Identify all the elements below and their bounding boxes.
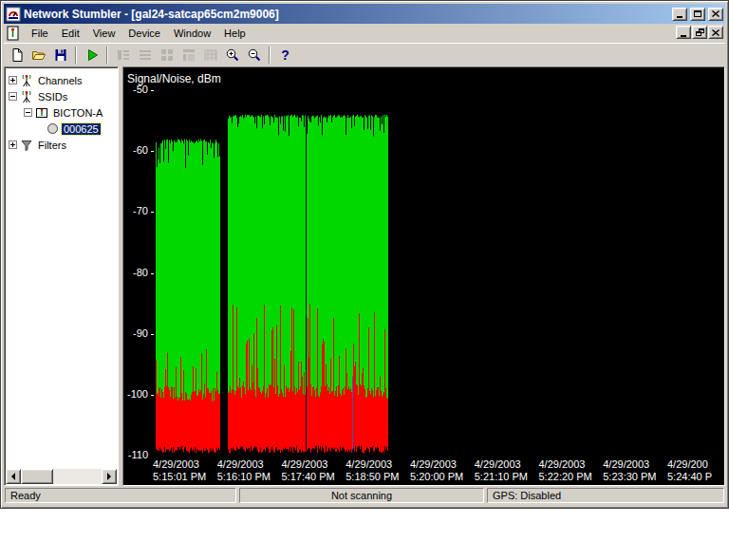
tree-item-label: SSIDs — [36, 91, 69, 103]
mdi-window-controls — [676, 26, 723, 39]
toolbar-separator — [75, 47, 77, 64]
y-axis-tick-label: -90 — [123, 327, 148, 339]
antenna-icon — [20, 90, 33, 103]
tree-item-label: Filters — [36, 140, 68, 151]
minimize-button[interactable] — [672, 8, 687, 21]
y-axis-tick-label: -80 — [123, 267, 148, 278]
menu-edit[interactable]: Edit — [55, 26, 86, 41]
y-axis-tick-label: -110 — [123, 449, 148, 460]
view-option-1-icon — [116, 47, 131, 63]
grid-view-button[interactable] — [199, 45, 221, 65]
close-button[interactable] — [708, 8, 723, 21]
x-axis-tick-label: 4/29/20035:18:50 PM — [346, 458, 408, 483]
x-axis-tick-label: 4/29/20035:15:01 PM — [153, 458, 215, 483]
navigation-tree: Channels SSIDs — [4, 66, 119, 486]
app-icon — [6, 7, 21, 22]
window-title: Network Stumbler - [gal24-satcap65cm2m90… — [24, 8, 669, 21]
expand-plus-icon[interactable] — [9, 76, 17, 84]
tree-item-ssids[interactable]: SSIDs — [5, 88, 118, 104]
tree-item-ssid-bicton[interactable]: BICTON-A — [5, 104, 118, 121]
menu-bar: File Edit View Device Window Help — [4, 24, 725, 43]
expand-plus-icon[interactable] — [9, 140, 17, 149]
title-bar[interactable]: Network Stumbler - [gal24-satcap65cm2m90… — [4, 4, 725, 24]
maximize-button[interactable] — [690, 8, 705, 21]
save-file-button[interactable] — [49, 45, 71, 65]
left-arrow-icon — [8, 473, 15, 480]
status-scanning: Not scanning — [239, 488, 484, 503]
antenna-icon — [20, 74, 33, 87]
view-option-4-icon — [181, 47, 196, 63]
tree-item-label: BICTON-A — [51, 107, 104, 119]
minimize-icon — [677, 16, 682, 18]
view-option-3-icon — [159, 47, 175, 63]
client-area: Channels SSIDs — [4, 66, 725, 486]
save-file-icon — [53, 47, 68, 63]
y-axis-tick-label: -100 — [123, 388, 148, 400]
ap-circle-icon — [47, 122, 59, 135]
signal-chart-panel: Signal/Noise, dBm -50-60-70-80-90-100-11… — [122, 66, 725, 486]
view-option-1-button[interactable] — [112, 45, 134, 65]
network-stumbler-window: Network Stumbler - [gal24-satcap65cm2m90… — [0, 0, 729, 509]
document-icon[interactable] — [6, 26, 21, 41]
mdi-minimize-button[interactable] — [676, 26, 691, 39]
toolbar-separator — [106, 47, 108, 64]
tree-item-mac[interactable]: 000625 — [5, 121, 118, 137]
mdi-close-icon — [712, 29, 720, 36]
view-option-3-button[interactable] — [156, 45, 178, 65]
scroll-left-button[interactable] — [6, 469, 21, 484]
x-axis-tick-label: 4/29/20035:16:10 PM — [217, 458, 280, 483]
menu-file[interactable]: File — [25, 26, 55, 41]
filter-funnel-icon — [20, 139, 33, 152]
scan-button[interactable] — [81, 45, 103, 65]
maximize-icon — [694, 10, 701, 17]
horizontal-scrollbar[interactable] — [6, 469, 117, 484]
x-axis-tick-label: 4/29/20035:20:00 PM — [410, 458, 473, 483]
zoom-in-icon — [225, 47, 240, 63]
x-axis-tick-label: 4/29/20035:17:40 PM — [282, 458, 345, 483]
help-button[interactable]: ? — [274, 45, 296, 65]
zoom-out-icon — [247, 47, 262, 63]
scrollbar-thumb[interactable] — [21, 469, 53, 484]
close-icon — [712, 10, 720, 17]
y-axis-tick-label: -50 — [123, 84, 148, 95]
scroll-right-button[interactable] — [102, 469, 117, 484]
new-file-button[interactable] — [6, 45, 28, 65]
menu-help[interactable]: Help — [217, 26, 252, 41]
ssid-icon — [35, 106, 48, 120]
zoom-in-button[interactable] — [221, 45, 243, 65]
view-option-2-button[interactable] — [134, 45, 156, 65]
mdi-restore-button[interactable] — [692, 26, 707, 39]
view-option-2-icon — [138, 47, 153, 63]
zoom-out-button[interactable] — [243, 45, 265, 65]
mdi-restore-icon — [696, 28, 704, 36]
x-axis-tick-label: 4/29/20035:21:10 PM — [475, 458, 537, 483]
y-axis-tick-label: -70 — [123, 205, 148, 216]
right-arrow-icon — [107, 473, 115, 480]
x-axis-tick-label: 4/29/20035:23:30 PM — [603, 458, 665, 483]
x-axis-tick-label: 4/29/20035:22:20 PM — [539, 458, 602, 483]
scan-play-icon — [84, 47, 100, 63]
open-file-button[interactable] — [28, 45, 49, 65]
grid-view-icon — [203, 47, 218, 63]
view-option-4-button[interactable] — [178, 45, 199, 65]
new-file-icon — [9, 47, 25, 63]
tree-item-channels[interactable]: Channels — [5, 72, 118, 88]
toolbar-separator — [269, 47, 271, 64]
status-ready: Ready — [5, 488, 236, 503]
toolbar: ? — [4, 43, 725, 66]
x-axis-tick-label: 4/29/2005:24:40 P — [667, 458, 725, 483]
menu-device[interactable]: Device — [122, 26, 167, 41]
signal-noise-chart — [151, 90, 725, 456]
menu-view[interactable]: View — [86, 26, 122, 41]
status-gps: GPS: Disabled — [487, 488, 724, 503]
collapse-minus-icon[interactable] — [24, 108, 32, 117]
tree-item-filters[interactable]: Filters — [5, 137, 118, 153]
status-bar: Ready Not scanning GPS: Disabled — [4, 486, 725, 505]
menu-window[interactable]: Window — [167, 26, 217, 41]
open-file-icon — [31, 47, 47, 63]
tree-item-label-selected: 000625 — [62, 123, 101, 135]
help-icon: ? — [281, 47, 290, 63]
mdi-close-button[interactable] — [708, 26, 723, 39]
collapse-minus-icon[interactable] — [9, 92, 17, 101]
y-axis-tick-label: -60 — [123, 144, 148, 156]
